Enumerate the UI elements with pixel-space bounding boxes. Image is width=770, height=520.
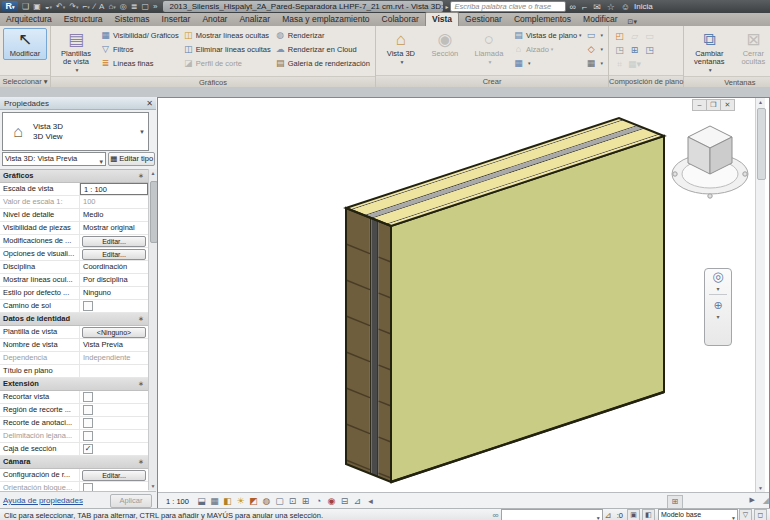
select-toggle-icon[interactable]: ◻ [754, 509, 767, 520]
checkbox[interactable]: ✓ [83, 444, 93, 454]
active-workset-select[interactable]: ▼ [501, 509, 603, 520]
analytical-model-icon[interactable]: ⊿ [351, 494, 364, 508]
tab-modificar[interactable]: Modificar [577, 13, 623, 26]
value-field[interactable]: Independiente [80, 352, 148, 364]
steering-wheel-icon[interactable]: ◎ [712, 269, 723, 285]
exclude-options-icon[interactable]: ▣ [627, 509, 640, 520]
scroll-down-icon[interactable]: ▼ [756, 485, 765, 491]
apply-button[interactable]: Aplicar [110, 494, 152, 508]
shadows-icon[interactable]: ◩ [247, 494, 260, 508]
edit-button[interactable]: Editar... [82, 249, 146, 260]
save-icon[interactable]: ▣ [31, 1, 43, 13]
tab-gestionar[interactable]: Gestionar [459, 13, 508, 26]
tab-complementos[interactable]: Complementos [508, 13, 577, 26]
edit-button[interactable]: Editar... [82, 470, 146, 481]
properties-header[interactable]: Propiedades ✕ [0, 97, 156, 110]
checkbox[interactable] [83, 392, 93, 402]
scale-icon[interactable]: ⬓ [195, 494, 208, 508]
modify-button[interactable]: ↖Modificar [3, 28, 47, 60]
visual-style-icon[interactable]: ◧ [221, 494, 234, 508]
title-block-icon[interactable]: ▱ [627, 29, 642, 43]
default-3d-view-icon[interactable]: ⌂▾ [106, 1, 117, 13]
tab-insertar[interactable]: Insertar [156, 13, 197, 26]
undo-icon[interactable]: ↶▾ [54, 1, 67, 13]
open-icon[interactable]: ❏ [20, 1, 31, 13]
search-icon[interactable]: ∞ [566, 2, 578, 12]
zoom-icon[interactable]: ⊕ [713, 297, 722, 313]
section-header[interactable]: Extensión∗ [0, 378, 148, 391]
wall-3d-model[interactable] [158, 98, 754, 492]
communication-center-icon[interactable]: ✉ [590, 2, 604, 12]
show-crop-region-icon[interactable]: ⊡ [286, 494, 299, 508]
editable-only-icon[interactable]: ⊿ [603, 510, 614, 520]
lock-3d-view-icon[interactable]: ⊞ [299, 494, 312, 508]
show-hidden-lines-button[interactable]: ◫Mostrar líneas ocultas [183, 28, 271, 42]
value-field[interactable]: Ninguno [80, 287, 148, 299]
value-field[interactable]: Mostrar original [80, 222, 148, 234]
viewport-icon[interactable]: ⌗ [612, 57, 627, 71]
infocenter-search-input[interactable]: Escriba palabra clave o frase [450, 1, 566, 12]
value-field[interactable]: Vista Previa [80, 339, 148, 351]
value-field[interactable] [80, 365, 148, 377]
chevron-down-icon[interactable]: ▼ [98, 156, 104, 166]
subscription-icon[interactable]: ⌐ [579, 2, 590, 12]
edit-type-button[interactable]: ▦ Editar tipo [108, 152, 155, 166]
render-gallery-button[interactable]: ▤Galería de renderización [275, 56, 370, 70]
revisions-icon[interactable]: ▭ [642, 29, 657, 43]
schedules-button[interactable]: ▦▾ [586, 56, 604, 70]
plan-views-button[interactable]: ▤Vistas de plano▾ [513, 28, 582, 42]
favorites-icon[interactable]: ☆ [604, 2, 618, 12]
properties-help-link[interactable]: Ayuda de propiedades [0, 496, 83, 505]
value-field[interactable]: 1 : 100 [80, 183, 148, 195]
scroll-up-icon[interactable]: ▲ [149, 170, 157, 176]
worksets-icon[interactable]: ∞ [491, 510, 501, 520]
tab-anotar[interactable]: Anotar [196, 13, 233, 26]
guide-grid-icon[interactable]: ⊞ [627, 43, 642, 57]
title-chevron-icon[interactable]: ▸ [443, 3, 450, 10]
tab-masa-y-emplazamiento[interactable]: Masa y emplazamiento [276, 13, 375, 26]
checkbox[interactable] [83, 431, 93, 441]
viewcube[interactable] [672, 126, 748, 198]
view-scale-button[interactable]: 1 : 100 [158, 497, 195, 506]
sync-icon[interactable]: ◒▾ [43, 1, 54, 13]
redo-icon[interactable]: ↷▾ [67, 1, 80, 13]
measure-icon[interactable]: ⌐▾ [81, 1, 92, 13]
customize-qat-icon[interactable]: » [151, 1, 159, 13]
properties-scrollbar[interactable]: ▲ ▼ [148, 169, 157, 490]
chevron-down-icon[interactable]: ▾ [716, 313, 719, 320]
value-field[interactable]: Medio [80, 209, 148, 221]
edit-button[interactable]: <Ninguno> [82, 327, 146, 338]
section-button[interactable]: ◉Sección [423, 28, 467, 60]
sign-in-label[interactable]: Inicia [633, 2, 653, 11]
collapse-icon[interactable]: ◂ [364, 494, 377, 508]
edit-button[interactable]: Editar... [82, 236, 146, 247]
place-view-icon[interactable]: ◳ [612, 43, 627, 57]
tab-analizar[interactable]: Analizar [233, 13, 276, 26]
sun-path-icon[interactable]: ☀ [234, 494, 247, 508]
scroll-down-icon[interactable]: ▼ [149, 483, 157, 489]
scrollbar-center-button[interactable]: ⊞ [667, 495, 683, 509]
elevation-button[interactable]: ⌂Alzado▾ [513, 42, 582, 56]
scroll-up-icon[interactable]: ▲ [756, 99, 765, 105]
filters-button[interactable]: ▽Filtros [100, 42, 179, 56]
close-hidden-windows-icon[interactable]: ▢ [139, 1, 151, 13]
drafting-view-button[interactable]: ▭▾ [586, 28, 604, 42]
section-header[interactable]: Gráficos∗ [0, 170, 148, 183]
view-restore-icon[interactable]: ❐ [706, 99, 721, 111]
tab-colaborar[interactable]: Colaborar [376, 13, 425, 26]
view-minimize-icon[interactable]: – [692, 99, 707, 111]
tab-sistemas[interactable]: Sistemas [109, 13, 156, 26]
detail-level-icon[interactable]: ▦ [208, 494, 221, 508]
revit-application-menu[interactable]: R▾ [2, 1, 18, 12]
horizontal-scrollbar[interactable]: ⊞ ▶ ◢ [377, 494, 769, 508]
3d-view-button[interactable]: ⌂Vista 3D▼ [379, 28, 423, 68]
view-templates-button[interactable]: ▤Plantillas de vista▼ [54, 28, 98, 76]
switch-windows-button[interactable]: ⧉Cambiar ventanas▼ [687, 28, 731, 76]
legends-button[interactable]: ▦▾ [513, 56, 582, 70]
remove-hidden-lines-button[interactable]: ◫Eliminar líneas ocultas [183, 42, 271, 56]
modify-state-icon[interactable]: ⊡▾ [628, 18, 637, 26]
matchline-icon[interactable]: ◳ [642, 43, 657, 57]
section-header[interactable]: Datos de identidad∗ [0, 313, 148, 326]
value-field[interactable]: 100 [80, 196, 148, 208]
checkbox[interactable] [83, 301, 93, 311]
